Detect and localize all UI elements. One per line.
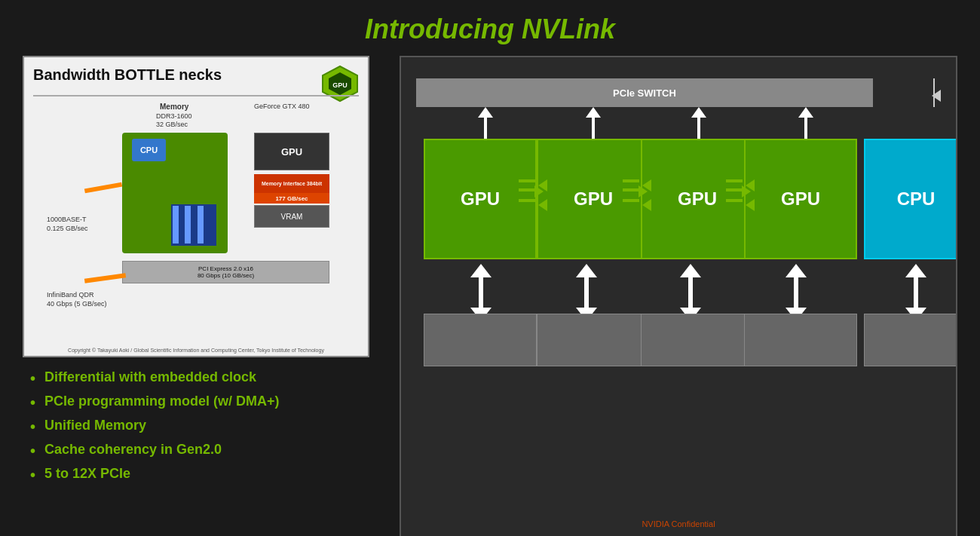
slide-inner: GPU Bandwidth BOTTLE necks Memory DDR3-1… xyxy=(24,57,368,356)
gpu2-arrow-shaft xyxy=(592,118,595,139)
gpu4-arrow-up xyxy=(798,107,813,118)
slide-divider xyxy=(33,95,359,96)
slide-geforce-label: GeForce GTX 480 xyxy=(254,103,310,110)
bullets-list: • Differential with embedded clock • PCI… xyxy=(23,369,384,490)
h-arrow-right-1b xyxy=(534,185,544,198)
slide-pcie-slot1 xyxy=(173,206,179,243)
confidential-label: NVIDIA Confidential xyxy=(642,519,715,528)
slide-ethernet-speed: 0.125 GB/sec xyxy=(47,225,88,232)
nvlink-diagram: PCIe SWITCH GPU xyxy=(400,56,957,536)
gpu3-arrow-up xyxy=(691,107,706,118)
bullet-text-5: 5 to 12X PCIe xyxy=(44,466,130,482)
slide-infiniband-speed: 40 Gbps (5 GB/sec) xyxy=(47,300,107,308)
gpu4-bottom-arrow-up xyxy=(786,264,807,277)
slide-infiniband-label: InfiniBand QDR xyxy=(47,291,94,299)
slide-ddr-speed: 32 GB/sec xyxy=(156,121,188,128)
bullet-text-3: Unified Memory xyxy=(44,418,146,433)
slide-pcie-slot2 xyxy=(185,206,191,243)
svg-text:GPU: GPU xyxy=(332,81,348,89)
bullet-text-2: PCIe programming model (w/ DMA+) xyxy=(44,394,280,409)
slide-ethernet-label: 1000BASE-T xyxy=(47,216,87,223)
slide-vram-box: VRAM xyxy=(254,205,329,228)
page-title: Introducing NVLink xyxy=(0,0,980,56)
pcie-cpu-arrow-head xyxy=(932,90,941,102)
h-arrow-shaft-2b xyxy=(623,188,639,191)
gpu4-bottom-arrow-shaft xyxy=(794,277,798,308)
slide-mem-interface: Memory Interface 384bit xyxy=(262,181,322,186)
slide-bottleneck-line1 xyxy=(84,182,122,194)
h-arrow-left-1c xyxy=(538,199,547,211)
gpu2-bottom-arrow-up xyxy=(576,264,597,277)
bullet-3: • Unified Memory xyxy=(30,418,384,436)
bullet-1: • Differential with embedded clock xyxy=(30,369,384,387)
slide-cpu-box: CPU xyxy=(132,139,166,161)
gpu3-mem-box xyxy=(641,314,754,366)
bullet-2: • PCIe programming model (w/ DMA+) xyxy=(30,394,384,412)
h-arrow-shaft-1a xyxy=(519,179,535,182)
gpu3-bottom-arrow-shaft xyxy=(688,277,693,308)
gpu4-arrow-shaft xyxy=(804,118,807,139)
slide-pcie-label: PCI Express 2.0 x16 80 Gbps (10 GB/sec) xyxy=(198,265,254,279)
cpu-bottom-arrow-up xyxy=(905,264,926,277)
bullet-dot-5: • xyxy=(30,466,35,484)
slide-pcie-connector xyxy=(171,204,216,246)
gpu3-arrow-shaft xyxy=(697,118,700,139)
slide-pcie-bar: PCI Express 2.0 x16 80 Gbps (10 GB/sec) xyxy=(122,261,329,283)
gpu3-bottom-arrow-up xyxy=(680,264,701,277)
slide-memory-label: Memory xyxy=(160,103,188,111)
slide-pcie-label-text: PCI Express 2.0 x16 xyxy=(198,265,254,272)
h-arrow-shaft-1b xyxy=(519,188,535,191)
gpu2-arrow-up xyxy=(586,107,601,118)
slide-copyright: Copyright © Takayuki Aoki / Global Scien… xyxy=(24,348,368,353)
bullet-5: • 5 to 12X PCIe xyxy=(30,466,384,484)
gpu1-bottom-arrow-shaft xyxy=(479,277,483,308)
gpu4-bottom-arrow xyxy=(786,264,807,321)
main-content: GPU Bandwidth BOTTLE necks Memory DDR3-1… xyxy=(0,56,980,536)
left-panel: GPU Bandwidth BOTTLE necks Memory DDR3-1… xyxy=(23,56,384,536)
cpu-box: CPU xyxy=(864,139,957,259)
gpu1-mem-box xyxy=(424,314,537,366)
gpu-logo: GPU xyxy=(321,65,359,103)
slide-pcie-speed-text: 80 Gbps (10 GB/sec) xyxy=(198,272,254,279)
slide-bottleneck-line2 xyxy=(84,273,126,283)
slide-mem-highlight: Memory Interface 384bit xyxy=(254,174,329,193)
h-arrow-shaft-3a xyxy=(726,179,743,182)
h-arrow-left-2c xyxy=(642,199,651,211)
pcie-switch-bar: PCIe SWITCH xyxy=(416,78,873,107)
h-arrow-shaft-2c xyxy=(623,199,639,202)
bullet-dot-2: • xyxy=(30,394,35,412)
bullet-dot-1: • xyxy=(30,369,35,387)
gpu1-bottom-arrow-up xyxy=(470,264,492,277)
bullet-text-4: Cache coherency in Gen2.0 xyxy=(44,442,222,458)
gpu1-arrow-up xyxy=(478,107,493,118)
slide-pcie-slot3 xyxy=(198,206,204,243)
gpu4-box: GPU xyxy=(744,139,857,259)
gpu2-bottom-arrow-shaft xyxy=(584,277,589,308)
h-arrow-shaft-2a xyxy=(623,179,639,182)
cpu-bottom-arrow-shaft xyxy=(914,277,918,308)
gpu1-arrow-shaft xyxy=(484,118,487,139)
slide-vram-speed: 177 GB/sec xyxy=(254,193,329,204)
gpu3-bottom-arrow xyxy=(680,264,701,321)
h-arrow-shaft-3c xyxy=(726,199,743,202)
h-arrow-right-3b xyxy=(742,185,751,198)
bullet-text-1: Differential with embedded clock xyxy=(44,369,256,385)
bullet-dot-4: • xyxy=(30,442,35,460)
slide-ddr-label: DDR3-1600 xyxy=(156,112,192,120)
bullet-dot-3: • xyxy=(30,418,35,436)
h-arrow-right-2b xyxy=(639,185,648,198)
cpu-mem-box xyxy=(864,314,957,366)
gpu4-mem-box xyxy=(744,314,857,366)
slide-image: GPU Bandwidth BOTTLE necks Memory DDR3-1… xyxy=(23,56,369,357)
gpu2-bottom-arrow xyxy=(576,264,597,321)
slide-title: Bandwidth BOTTLE necks xyxy=(33,66,222,84)
slide-gpu-box: GPU xyxy=(254,133,329,170)
h-arrow-shaft-1c xyxy=(519,199,535,202)
h-arrow-shaft-3b xyxy=(726,188,743,191)
gpu2-mem-box xyxy=(537,314,650,366)
bullet-4: • Cache coherency in Gen2.0 xyxy=(30,442,384,460)
cpu-bottom-arrow xyxy=(905,264,926,321)
gpu1-bottom-arrow xyxy=(470,264,492,321)
h-arrow-left-3c xyxy=(746,199,755,211)
